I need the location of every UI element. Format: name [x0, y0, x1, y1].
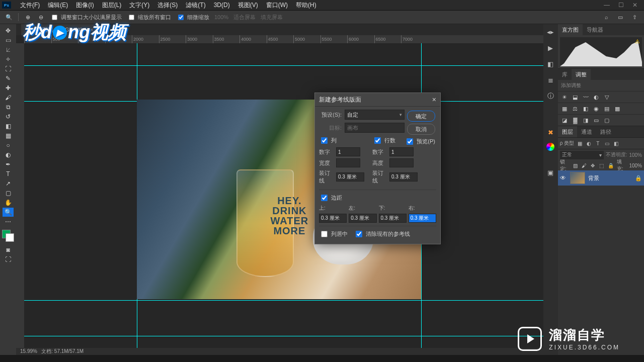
scrubby-zoom-checkbox[interactable]: 细微缩放: [176, 13, 209, 22]
hand-tool[interactable]: ✋: [3, 198, 14, 207]
levels-icon[interactable]: ⬓: [572, 94, 579, 101]
screen-mode[interactable]: ⛶: [3, 255, 14, 264]
guide-bottom[interactable]: [24, 336, 543, 336]
guide-inner-bottom[interactable]: [24, 300, 543, 301]
lock-all-icon[interactable]: 🔒: [608, 162, 614, 169]
margin-left-input[interactable]: [349, 214, 376, 223]
lock-pos-icon[interactable]: ✥: [590, 162, 596, 169]
clear-guides-checkbox[interactable]: 清除现有的参考线: [354, 229, 410, 239]
zoom-value[interactable]: 100%: [214, 14, 228, 20]
type-tool[interactable]: T: [3, 169, 14, 178]
dialog-title-bar[interactable]: 新建参考线版面 ×: [315, 93, 440, 107]
filter-type-icon[interactable]: T: [594, 140, 601, 147]
mask-mode[interactable]: ◙: [3, 245, 14, 254]
more-tools[interactable]: ⋯: [3, 217, 14, 226]
adjust-icon[interactable]: ◧: [545, 58, 556, 69]
tab-adjustments[interactable]: 调整: [572, 69, 591, 80]
menu-layer[interactable]: 图层(L): [98, 1, 126, 10]
share-icon[interactable]: ⇪: [630, 13, 639, 22]
menu-help[interactable]: 帮助(H): [292, 1, 320, 10]
poster-icon[interactable]: ▓: [572, 117, 579, 124]
row-gutter-input[interactable]: [389, 172, 418, 182]
filter-adj-icon[interactable]: ◐: [585, 140, 592, 147]
filter-smart-icon[interactable]: ◧: [612, 140, 619, 147]
tab-channels[interactable]: 通道: [577, 126, 596, 137]
layer-name[interactable]: 背景: [588, 174, 632, 182]
row-height-input[interactable]: [389, 158, 414, 167]
fill-screen-button[interactable]: 填充屏幕: [261, 14, 283, 21]
heal-tool[interactable]: ✚: [3, 83, 14, 93]
eyedropper-tool[interactable]: ✎: [3, 74, 14, 83]
shape-tool[interactable]: ▢: [3, 189, 14, 198]
brightness-icon[interactable]: ☀: [561, 94, 569, 101]
lock-nest-icon[interactable]: ⬚: [599, 162, 605, 169]
cancel-button[interactable]: 取消: [407, 124, 435, 135]
margin-checkbox[interactable]: [321, 195, 328, 201]
selective-icon[interactable]: ▢: [603, 117, 611, 124]
ok-button[interactable]: 确定: [407, 111, 435, 122]
invert-icon[interactable]: ◪: [561, 117, 569, 124]
close-button[interactable]: ✕: [628, 2, 642, 9]
color-wheel-icon[interactable]: [546, 143, 554, 151]
lock-trans-icon[interactable]: ▨: [573, 162, 579, 169]
visibility-icon[interactable]: 👁: [560, 174, 567, 182]
rows-checkbox[interactable]: [374, 137, 381, 144]
margin-bottom-input[interactable]: [379, 214, 407, 223]
layer-thumbnail[interactable]: [570, 172, 585, 184]
vibrance-icon[interactable]: ▽: [603, 94, 611, 101]
dialog-close-icon[interactable]: ×: [432, 96, 436, 104]
path-tool[interactable]: ↗: [3, 179, 14, 188]
columns-checkbox[interactable]: [321, 137, 328, 144]
info-icon[interactable]: ⓘ: [545, 90, 556, 102]
fit-screen-button[interactable]: 适合屏幕: [233, 14, 256, 21]
menu-window[interactable]: 窗口(W): [262, 1, 292, 10]
blur-tool[interactable]: ○: [3, 141, 14, 150]
workspace-icon[interactable]: ▭: [616, 13, 625, 22]
center-columns-checkbox[interactable]: 列居中: [319, 229, 348, 239]
tab-paths[interactable]: 路径: [596, 126, 615, 137]
margin-top-input[interactable]: [319, 214, 347, 223]
stamp-tool[interactable]: ⧉: [3, 103, 14, 112]
actions-icon[interactable]: ▶: [545, 42, 556, 53]
threshold-icon[interactable]: ◨: [582, 117, 590, 124]
menu-select[interactable]: 选择(S): [153, 1, 182, 10]
menu-type[interactable]: 文字(Y): [125, 1, 153, 10]
brush-tool[interactable]: 🖌: [3, 93, 14, 102]
layer-row[interactable]: 👁 背景 🔒: [558, 170, 644, 186]
row-count-input[interactable]: [389, 147, 414, 156]
filter-shape-icon[interactable]: ▭: [603, 140, 610, 147]
col-width-input[interactable]: [336, 158, 360, 167]
wand-tool[interactable]: ✧: [3, 55, 14, 64]
exposure-icon[interactable]: ◐: [593, 94, 600, 101]
blend-mode-select[interactable]: 正常▾: [560, 151, 604, 159]
menu-image[interactable]: 图像(I): [72, 1, 98, 10]
crop-tool[interactable]: ⛶: [3, 64, 14, 73]
pen-tool[interactable]: ✒: [3, 160, 14, 169]
search-icon[interactable]: ⌕: [602, 13, 611, 22]
maximize-button[interactable]: ☐: [614, 2, 628, 9]
eraser-tool[interactable]: ◧: [3, 122, 14, 131]
dodge-tool[interactable]: ◐: [3, 150, 14, 159]
gradient-map-icon[interactable]: ▭: [593, 117, 600, 124]
minimize-button[interactable]: —: [600, 2, 614, 9]
filter-pixel-icon[interactable]: ▦: [576, 140, 583, 147]
color-swatch[interactable]: [2, 230, 14, 242]
mixer-icon[interactable]: ▤: [603, 105, 611, 113]
preview-checkbox[interactable]: 预览(P): [405, 137, 435, 146]
gradient-tool[interactable]: ▦: [3, 131, 14, 140]
tab-library[interactable]: 库: [558, 69, 572, 80]
curves-icon[interactable]: 〰: [582, 94, 590, 101]
preset-select[interactable]: 自定▾: [345, 110, 405, 120]
col-count-input[interactable]: [336, 147, 360, 156]
history-tool[interactable]: ↺: [3, 112, 14, 121]
bw-icon[interactable]: ◧: [582, 105, 590, 113]
warning-icon[interactable]: ✖: [545, 127, 556, 138]
balance-icon[interactable]: ⚖: [572, 105, 579, 113]
col-gutter-input[interactable]: [336, 172, 364, 182]
photo-filter-icon[interactable]: ◉: [593, 105, 600, 113]
menu-filter[interactable]: 滤镜(T): [182, 1, 209, 10]
tab-histogram[interactable]: 直方图: [558, 24, 583, 35]
styles-icon[interactable]: ≣: [545, 74, 556, 85]
panel-collapse-icon[interactable]: ◂▸: [545, 26, 556, 37]
move-tool[interactable]: ✥: [3, 26, 14, 35]
